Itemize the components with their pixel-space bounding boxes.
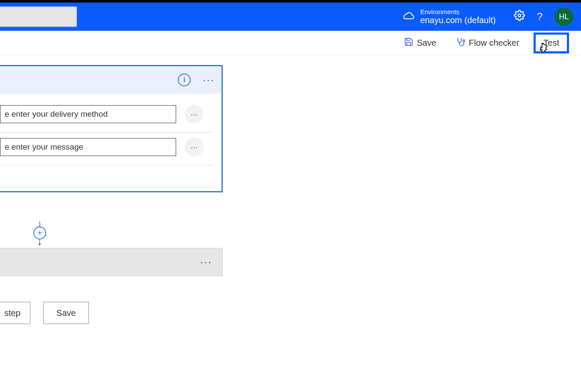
new-step-button[interactable]: step [0,302,30,324]
svg-point-1 [463,40,465,41]
message-input[interactable] [0,138,176,156]
settings-icon[interactable] [514,10,525,24]
environment-icon [402,11,414,23]
search-slot[interactable] [0,6,77,27]
save-button[interactable]: Save [400,35,441,52]
flow-action-bar: Save Flow checker Test [0,31,581,56]
field-menu-icon[interactable]: ··· [185,105,203,124]
canvas-bottom-actions: step Save [0,302,89,324]
save-flow-button[interactable]: Save [43,302,89,324]
card-menu-icon[interactable]: ··· [200,256,212,269]
arrow-down-icon: ↓ [37,239,42,245]
trigger-card: i ··· ··· ··· [0,65,223,192]
input-row-2: ··· [0,133,213,165]
save-icon [404,37,413,49]
top-nav-bar: Environments enayu.com (default) ? HL [0,3,581,31]
trigger-card-body: ··· ··· [0,94,221,191]
field-menu-icon[interactable]: ··· [185,138,203,156]
environment-switcher[interactable]: Environments enayu.com (default) [420,9,496,25]
help-icon[interactable]: ? [537,11,543,23]
environment-label: Environments [420,9,496,15]
flow-canvas[interactable]: i ··· ··· ··· + ↓ ··· step Save [0,56,581,389]
trigger-card-header[interactable]: i ··· [0,66,221,94]
user-avatar[interactable]: HL [554,7,573,26]
card-menu-icon[interactable]: ··· [203,74,215,87]
save-label: Save [417,38,436,48]
test-button[interactable]: Test [534,32,569,53]
svg-point-0 [518,14,521,17]
flow-checker-button[interactable]: Flow checker [451,34,524,52]
step-connector: + ↓ [33,221,46,245]
stethoscope-icon [455,37,466,50]
input-row-1: ··· [0,100,213,133]
second-step-card[interactable]: ··· [0,248,223,276]
delivery-method-input[interactable] [0,105,176,123]
flow-checker-label: Flow checker [469,38,519,48]
environment-name: enayu.com (default) [420,15,496,25]
info-icon[interactable]: i [178,74,191,86]
